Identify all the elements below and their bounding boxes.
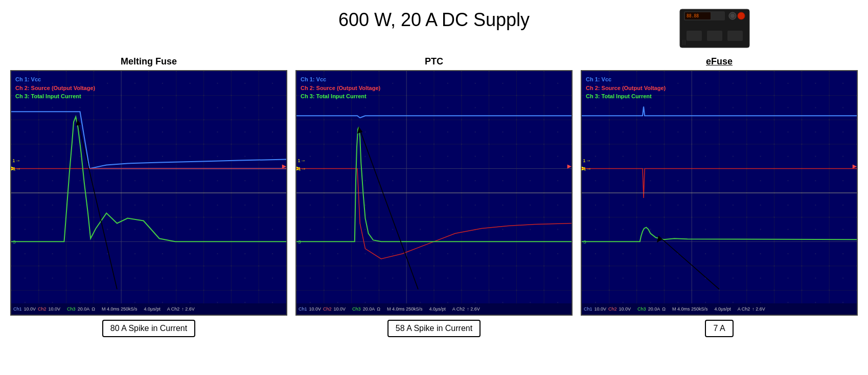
svg-text:1→: 1→ — [298, 158, 306, 164]
melting-fuse-section: Melting Fuse — [10, 56, 287, 337]
ptc-legend: Ch 1: Vcc Ch 2: Source (Output Voltage) … — [301, 75, 380, 101]
svg-text:3: 3 — [298, 239, 301, 245]
efuse-ch3-label: Ch 3: Total Input Current — [586, 93, 652, 99]
svg-point-7 — [738, 12, 745, 19]
svg-text:1→: 1→ — [12, 158, 20, 164]
ptc-ch1-label: Ch 1: Vcc — [301, 76, 326, 82]
efuse-legend: Ch 1: Vcc Ch 2: Source (Output Voltage) … — [586, 75, 666, 101]
device-image: 88.88 — [679, 4, 750, 50]
melting-fuse-legend: Ch 1: Vcc Ch 2: Source (Output Voltage) … — [15, 75, 95, 101]
ptc-annotation: 58 A Spike in Current — [387, 320, 481, 337]
efuse-scope: 1→ 3 1→ Ch 1: Vcc Ch 2: Source (Output — [581, 70, 858, 316]
svg-text:1→: 1→ — [583, 166, 591, 172]
efuse-ch1-label: Ch 1: Vcc — [586, 76, 611, 82]
svg-rect-10 — [727, 31, 743, 41]
melting-fuse-annotation-wrapper: 80 A Spike in Current — [10, 316, 287, 337]
ptc-title: PTC — [425, 56, 443, 67]
efuse-ch2-label: Ch 2: Source (Output Voltage) — [586, 85, 666, 91]
charts-container: Melting Fuse — [10, 56, 858, 337]
svg-text:3: 3 — [583, 239, 586, 245]
svg-text:1→: 1→ — [13, 166, 21, 172]
melting-fuse-annotation: 80 A Spike in Current — [102, 320, 195, 337]
ptc-ch3-label: Ch 3: Total Input Current — [301, 93, 367, 99]
svg-text:1→: 1→ — [298, 166, 306, 172]
ptc-section: PTC — [295, 56, 573, 337]
svg-text:88.88: 88.88 — [687, 14, 699, 18]
melting-fuse-bottom: Ch1 10.0V Ch2 10.0V Ch3 20.0A Ω M 4.0ms … — [11, 303, 286, 315]
ptc-annotation-wrapper: 58 A Spike in Current — [295, 316, 573, 337]
svg-rect-8 — [687, 31, 702, 41]
ptc-ch2-label: Ch 2: Source (Output Voltage) — [301, 85, 380, 91]
svg-text:1→: 1→ — [583, 158, 591, 164]
ch2-label: Ch 2: Source (Output Voltage) — [15, 85, 95, 91]
melting-fuse-title: Melting Fuse — [121, 56, 177, 67]
efuse-bottom: Ch1 10.0V Ch2 10.0V Ch3 20.0A Ω M 4.0ms … — [582, 303, 857, 315]
efuse-section: eFuse — [581, 56, 858, 337]
ptc-scope: 1→ 3 1→ Ch 1: Vcc Ch 2: Source (Output — [295, 70, 573, 316]
efuse-annotation: 7 A — [705, 320, 733, 337]
ch3-label: Ch 3: Total Input Current — [15, 93, 81, 99]
efuse-title: eFuse — [706, 56, 733, 67]
svg-point-6 — [730, 14, 735, 18]
page-title: 600 W, 20 A DC Supply — [338, 9, 530, 31]
svg-text:3: 3 — [13, 239, 16, 245]
svg-rect-9 — [707, 31, 722, 41]
ch1-label: Ch 1: Vcc — [15, 76, 41, 82]
melting-fuse-scope: 1→ 3 1→ — [10, 70, 287, 316]
ptc-bottom: Ch1 10.0V Ch2 10.0V Ch3 20.0A Ω M 4.0ms … — [296, 303, 572, 315]
efuse-annotation-wrapper: 7 A — [581, 316, 858, 337]
